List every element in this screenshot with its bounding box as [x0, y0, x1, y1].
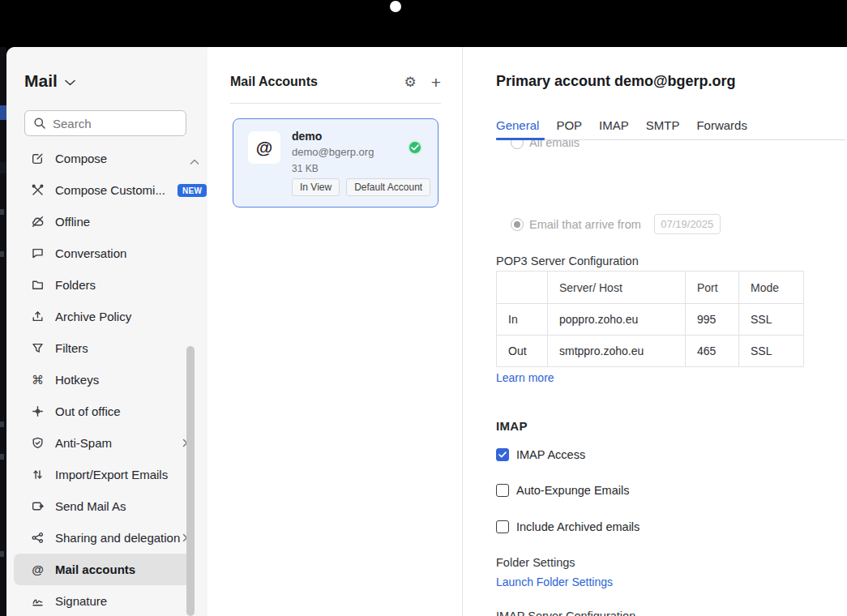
table-cell: SSL: [739, 304, 804, 336]
new-badge: NEW: [178, 184, 207, 197]
account-detail-panel: All emails Email that arrive from 07/19/…: [463, 47, 847, 616]
sidebar-item-conversation[interactable]: Conversation: [14, 237, 191, 269]
sidebar-item-mail-accounts[interactable]: @Mail accounts: [14, 554, 191, 585]
sidebar-item-label: Import/Export Emails: [55, 468, 168, 481]
app-title-label: Mail: [24, 71, 58, 91]
background-fragment: [0, 454, 4, 460]
account-email: demo@bgerp.org: [292, 146, 374, 158]
table-cell: SSL: [739, 336, 804, 367]
account-badges: In View Default Account: [292, 178, 430, 196]
search-icon: [33, 117, 46, 130]
arrive-date-field[interactable]: 07/19/2025: [654, 214, 721, 234]
sidebar-item-label: Conversation: [55, 246, 126, 260]
sharing-icon: [31, 531, 45, 545]
loading-dot: [390, 1, 401, 12]
settings-overlay-panel: Mail ComposeCompose Customi...NEWOffline…: [6, 47, 847, 616]
search-box[interactable]: [24, 110, 186, 136]
mail-accounts-icon: @: [31, 563, 45, 576]
table-header-row: Server/ HostPortMode: [497, 272, 804, 304]
sidebar-item-offline[interactable]: Offline: [14, 206, 191, 237]
archive-policy-icon: [31, 310, 45, 323]
app-switcher[interactable]: Mail: [24, 71, 75, 91]
settings-gear-icon[interactable]: ⚙: [404, 75, 416, 89]
folder-settings-label: Folder Settings: [496, 556, 575, 569]
unchecked-checkbox-icon: [496, 484, 509, 497]
active-tab-underline: [496, 138, 545, 140]
offline-icon: [31, 215, 45, 229]
detail-header: Primary account demo@bgerp.org GeneralPO…: [463, 47, 847, 140]
account-card[interactable]: @ demo demo@bgerp.org 31 KB In View Defa…: [233, 118, 438, 207]
add-account-icon[interactable]: +: [431, 74, 441, 91]
table-cell: smtppro.zoho.eu: [548, 336, 686, 367]
hotkeys-icon: ⌘: [31, 373, 45, 387]
tab-pop[interactable]: POP: [556, 118, 582, 140]
sidebar-item-filters[interactable]: Filters: [14, 332, 191, 364]
send-mail-as-icon: [31, 499, 45, 513]
sidebar-item-compose-customi[interactable]: Compose Customi...NEW: [14, 174, 191, 206]
tab-forwards[interactable]: Forwards: [696, 118, 747, 140]
sidebar-item-label: Compose: [55, 152, 107, 165]
radio-selected-icon: [511, 218, 524, 231]
column-header: Mode: [739, 272, 804, 304]
column-header: Port: [686, 272, 739, 304]
tab-general[interactable]: General: [496, 118, 539, 140]
sidebar-item-label: Compose Customi...: [55, 183, 165, 197]
sidebar-item-label: Archive Policy: [55, 310, 131, 323]
sidebar-item-label: Mail accounts: [55, 563, 135, 576]
account-name: demo: [292, 130, 322, 143]
checked-checkbox-icon: [496, 448, 509, 461]
table-row: Outsmtppro.zoho.eu465SSL: [497, 336, 804, 367]
folders-icon: [31, 278, 45, 292]
background-fragment: [0, 551, 4, 557]
sidebar-scrollbar-thumb[interactable]: [186, 346, 195, 616]
import-export-icon: [31, 468, 45, 481]
scroll-up-icon[interactable]: [190, 154, 199, 169]
mail-accounts-panel: Mail Accounts ⚙ + @ demo demo@bgerp.org …: [207, 47, 463, 616]
table-cell: Out: [497, 336, 548, 367]
sidebar-item-sharing-and-delegation[interactable]: Sharing and delegation: [14, 522, 191, 554]
sidebar-item-import-export-emails[interactable]: Import/Export Emails: [14, 459, 191, 490]
arrive-from-label: Email that arrive from: [529, 218, 641, 231]
compose-icon: [31, 152, 45, 165]
launch-folder-settings-link[interactable]: Launch Folder Settings: [496, 575, 613, 588]
pop3-config-heading: POP3 Server Configuration: [496, 255, 639, 267]
sidebar-menu: ComposeCompose Customi...NEWOfflineConve…: [6, 143, 207, 616]
sidebar-item-out-of-office[interactable]: Out of office: [14, 396, 191, 427]
search-input[interactable]: [53, 117, 166, 130]
mail-accounts-title: Mail Accounts: [230, 75, 318, 89]
checkbox-imap-access[interactable]: IMAP Access: [496, 448, 585, 461]
tab-smtp[interactable]: SMTP: [646, 118, 680, 140]
unchecked-checkbox-icon: [496, 520, 509, 533]
background-selected-item: [0, 105, 6, 120]
sidebar-item-anti-spam[interactable]: Anti-Spam: [14, 427, 191, 459]
sidebar-item-signature[interactable]: Signature: [14, 585, 191, 616]
settings-sidebar: Mail ComposeCompose Customi...NEWOffline…: [6, 47, 207, 616]
learn-more-link[interactable]: Learn more: [496, 371, 554, 384]
sidebar-item-send-mail-as[interactable]: Send Mail As: [14, 490, 191, 522]
checkbox-include-archived-emails[interactable]: Include Archived emails: [496, 520, 640, 533]
sidebar-item-label: Sharing and delegation: [55, 531, 180, 545]
sidebar-item-folders[interactable]: Folders: [14, 269, 191, 301]
tab-imap[interactable]: IMAP: [599, 118, 629, 140]
background-fragment: [0, 162, 6, 173]
background-fragment: [0, 209, 4, 215]
checkbox-label: IMAP Access: [516, 448, 585, 461]
sidebar-item-label: Out of office: [55, 404, 121, 418]
sidebar-item-hotkeys[interactable]: ⌘Hotkeys: [14, 364, 191, 396]
signature-icon: [31, 594, 45, 608]
conversation-icon: [31, 246, 45, 260]
background-app-strip: [0, 47, 6, 616]
in-view-badge: In View: [292, 178, 340, 196]
detail-title: Primary account demo@bgerp.org: [496, 73, 736, 90]
table-cell: In: [497, 304, 548, 336]
sidebar-item-compose[interactable]: Compose: [14, 143, 191, 174]
mail-accounts-header: Mail Accounts ⚙ +: [230, 71, 441, 92]
checkbox-auto-expunge-emails[interactable]: Auto-Expunge Emails: [496, 484, 629, 497]
out-of-office-icon: [31, 404, 45, 418]
sidebar-item-archive-policy[interactable]: Archive Policy: [14, 301, 191, 332]
arrive-from-option[interactable]: Email that arrive from 07/19/2025: [511, 214, 721, 234]
anti-spam-icon: [31, 436, 45, 450]
imap-section-heading: IMAP: [496, 419, 528, 433]
table-cell: 995: [686, 304, 739, 336]
pop3-config-table: Server/ HostPortModeInpoppro.zoho.eu995S…: [496, 271, 804, 367]
